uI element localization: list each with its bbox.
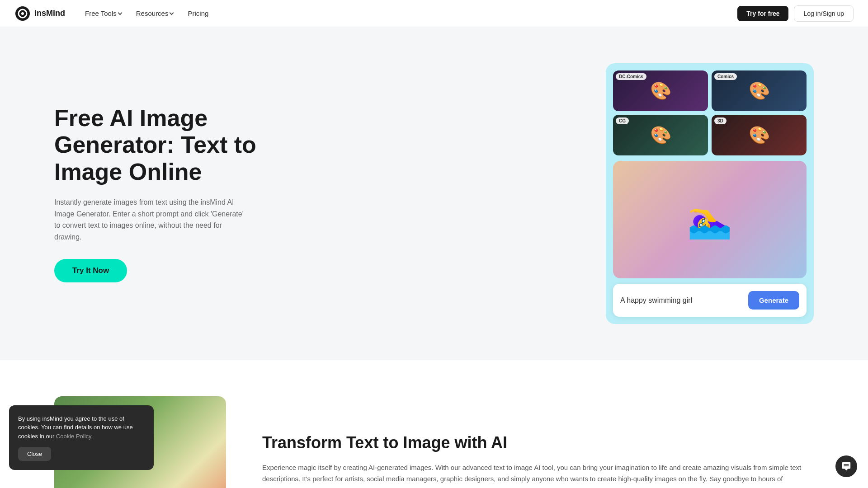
login-button[interactable]: Log in/Sign up: [794, 5, 854, 22]
cookie-close-button[interactable]: Close: [18, 447, 51, 461]
navbar: insMind Free Tools Resources Pricing Try…: [0, 0, 868, 27]
badge-3d: 3D: [714, 117, 726, 124]
nav-pricing[interactable]: Pricing: [182, 6, 214, 21]
chevron-down-icon: [118, 10, 122, 15]
nav-free-tools[interactable]: Free Tools: [80, 6, 127, 21]
prompt-input[interactable]: [620, 296, 743, 305]
section2-text-content: Transform Text to Image with AI Experien…: [262, 433, 814, 488]
svg-point-2: [21, 12, 24, 15]
hero-content-right: DC-Comics 🎨 Comics 🎨 CG 🎨 3D 🎨 🏊: [606, 63, 814, 324]
try-free-button[interactable]: Try for free: [737, 6, 788, 21]
thumbnail-cg[interactable]: CG 🎨: [613, 115, 708, 155]
cookie-policy-link[interactable]: Cookie Policy: [56, 433, 91, 440]
chat-icon: [841, 461, 851, 471]
hero-image-panel: DC-Comics 🎨 Comics 🎨 CG 🎨 3D 🎨 🏊: [606, 63, 814, 324]
main-generated-image: 🏊‍♀️: [613, 161, 807, 278]
chevron-down-icon: [170, 10, 174, 15]
logo-text: insMind: [34, 9, 65, 18]
badge-cg: CG: [616, 117, 629, 124]
nav-actions: Try for free Log in/Sign up: [737, 5, 854, 22]
try-now-button[interactable]: Try It Now: [54, 259, 127, 282]
badge-comics: Comics: [714, 73, 737, 80]
hero-title: Free AI Image Generator: Text to Image O…: [54, 105, 289, 186]
thumbnail-comics[interactable]: Comics 🎨: [712, 70, 807, 111]
chat-widget[interactable]: [835, 455, 857, 477]
generate-button[interactable]: Generate: [748, 291, 799, 310]
thumbnail-3d[interactable]: 3D 🎨: [712, 115, 807, 155]
hero-description: Instantly generate images from text usin…: [54, 197, 249, 243]
nav-resources[interactable]: Resources: [131, 6, 179, 21]
style-thumbnails: DC-Comics 🎨 Comics 🎨 CG 🎨 3D 🎨: [613, 70, 807, 155]
nav-links: Free Tools Resources Pricing: [80, 6, 723, 21]
cookie-banner: By using insMind you agree to the use of…: [9, 405, 154, 470]
logo-icon: [14, 5, 31, 22]
hero-content-left: Free AI Image Generator: Text to Image O…: [54, 105, 289, 283]
section2-title: Transform Text to Image with AI: [262, 433, 814, 452]
section2-description: Experience magic itself by creating AI-g…: [262, 462, 814, 488]
prompt-box: Generate: [613, 284, 807, 317]
badge-dc-comics: DC-Comics: [616, 73, 646, 80]
thumbnail-dc-comics[interactable]: DC-Comics 🎨: [613, 70, 708, 111]
logo[interactable]: insMind: [14, 5, 65, 22]
hero-section: Free AI Image Generator: Text to Image O…: [0, 27, 868, 360]
